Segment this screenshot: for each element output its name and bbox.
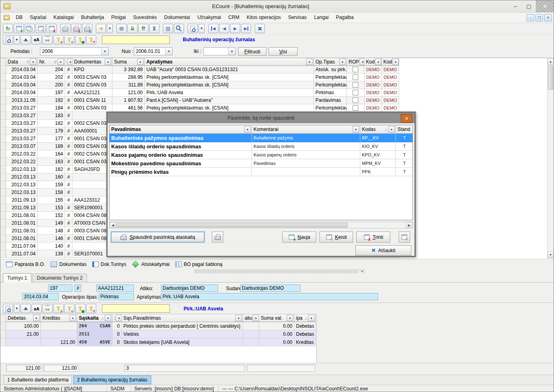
table-row[interactable]: 2014.03.04202#0003 CSAN 03288.95Prekių p… xyxy=(0,74,547,81)
periodas-dropdown-icon[interactable]: ▼ xyxy=(101,48,108,55)
expand-up-button[interactable] xyxy=(138,24,148,33)
table-row[interactable]: 2014.03.04200#0002 CSAN 03311.89Prekių p… xyxy=(0,81,547,89)
column-header-Op.Tipas[interactable]: Op.Tipas▼ xyxy=(314,58,347,66)
a-A-button[interactable] xyxy=(32,304,42,313)
funnel-apply-button[interactable]: ● xyxy=(75,35,85,44)
funnel-clear-button[interactable]: ✕ xyxy=(86,35,96,44)
column-header-blank[interactable] xyxy=(0,314,6,322)
column-dropdown-icon[interactable]: ▼ xyxy=(388,126,395,133)
menu-item-užsakymai[interactable]: Užsakymai xyxy=(194,13,225,23)
quick-search-input-bottom[interactable] xyxy=(102,304,170,313)
fit-width-button[interactable] xyxy=(42,35,53,44)
a-A-button[interactable] xyxy=(32,35,42,44)
menu-item-langai[interactable]: Langai xyxy=(311,13,332,23)
column-dropdown-icon[interactable]: ▼ xyxy=(339,59,346,65)
print-icon-button[interactable] xyxy=(212,232,223,242)
rop-checkbox[interactable] xyxy=(353,67,358,72)
dot-a-button[interactable] xyxy=(21,304,31,313)
menu-item-pinigai[interactable]: Pinigai xyxy=(108,13,129,23)
entry-row[interactable]: 21.0025110Vietinis0.00Debetas xyxy=(0,330,316,338)
menu-item-pagalba[interactable]: Pagalba xyxy=(332,13,357,23)
fit-width-button[interactable] xyxy=(42,304,53,313)
iki-combobox[interactable]: ▼ xyxy=(203,47,236,55)
aprasymas-field[interactable]: Pirk.:UAB Asvela xyxy=(161,293,378,300)
mdi-restore-button[interactable]: ❐ xyxy=(535,14,543,21)
report-row[interactable]: Kasos išlaidų orderio spausdinimasKasos … xyxy=(110,142,412,151)
column-header-Sąs.Pavadinimas[interactable]: Sąs.Pavadinimas▼ xyxy=(122,314,243,322)
quick-search-input-top[interactable] xyxy=(102,36,170,44)
column-header-ipa[interactable]: ipa△▼ xyxy=(294,314,316,322)
column-dropdown-icon[interactable]: ▼ xyxy=(359,59,364,65)
menu-item-crm[interactable]: CRM xyxy=(225,13,243,23)
refresh-button[interactable] xyxy=(3,24,13,33)
scroll-down-icon[interactable]: ▼ xyxy=(548,251,554,258)
entry-date-field[interactable]: 2014.03.04 xyxy=(22,293,59,300)
preview-button[interactable] xyxy=(3,304,13,313)
funnel-add-button[interactable]: + xyxy=(64,35,74,44)
column-dropdown-icon[interactable]: ▼ xyxy=(105,315,111,321)
column-header-Aprašymas[interactable]: Aprašymas▼ xyxy=(145,58,314,66)
menu-item-dokumentai[interactable]: Dokumentai xyxy=(161,13,194,23)
column-header-Kod[interactable]: Kod▼ xyxy=(364,58,382,66)
mdi-minimize-button[interactable]: – xyxy=(527,14,534,21)
column-header-Nr.[interactable]: Nr.▽▼ xyxy=(38,58,65,66)
funnel-lock-button[interactable]: ▪ xyxy=(53,35,63,44)
visi-button[interactable]: Visi xyxy=(269,47,298,56)
tab-dokumento-turinys-2[interactable]: Dokumento Turinys 2 xyxy=(32,274,87,282)
column-header-Kod[interactable]: Kod▼ xyxy=(382,58,399,66)
menu-item-buhalterija[interactable]: Buhalterija xyxy=(77,13,108,23)
bo-item-settlements[interactable]: Atsiskaitymai xyxy=(132,261,169,267)
column-dropdown-icon[interactable]: ▼ xyxy=(33,315,40,321)
entry-number-field[interactable]: 197 xyxy=(48,285,72,292)
entry-row[interactable]: 100.00204CSAN0Pirktos prekės skirtos per… xyxy=(0,322,316,330)
column-dropdown-icon[interactable]: ▼ xyxy=(67,59,72,65)
print-multi-button[interactable]: ≡ xyxy=(82,24,92,33)
column-header-Debetas[interactable]: Debetas▼ xyxy=(6,314,41,322)
menu-item-katalogai[interactable]: Katalogai xyxy=(50,13,77,23)
column-dropdown-icon[interactable]: ▼ xyxy=(353,126,359,133)
journal-table-vscrollbar[interactable]: ▲ ▼ xyxy=(547,58,554,258)
export-button[interactable] xyxy=(96,24,106,33)
menu-item-kitos-operacijos[interactable]: Kitos operacijos xyxy=(243,13,285,23)
document-number-field[interactable]: AAA212121 xyxy=(96,285,134,292)
column-dropdown-icon[interactable]: ▼ xyxy=(57,59,64,65)
column-header-Kreditas[interactable]: Kreditas▼ xyxy=(41,314,77,322)
sum-button[interactable] xyxy=(149,24,159,33)
menu-item-sąrašai[interactable]: Sąrašai xyxy=(26,13,50,23)
operacijos-tipas-field[interactable]: Pirkimas xyxy=(99,293,134,300)
print-button[interactable] xyxy=(60,24,70,33)
hash-field[interactable]: # xyxy=(74,285,81,292)
column-dropdown-icon[interactable]: ▼ xyxy=(70,315,76,321)
column-dropdown-icon[interactable]: ▼ xyxy=(30,59,36,65)
preview-button[interactable] xyxy=(188,24,198,33)
rop-checkbox[interactable] xyxy=(353,82,358,88)
rop-checkbox[interactable] xyxy=(353,105,358,111)
dropdown-arrow-button[interactable]: ▼ xyxy=(199,24,205,33)
dropdown-arrow-button[interactable]: ▼ xyxy=(107,24,113,33)
print-selected-report-button[interactable]: Spausdinti pasirinktą ataskaitą xyxy=(111,232,205,242)
atliko-field[interactable]: Darbuotojas DEMO xyxy=(161,285,218,292)
splitter-thumb[interactable] xyxy=(196,270,358,273)
column-dropdown-icon[interactable]: ▼ xyxy=(235,315,242,321)
rop-checkbox[interactable] xyxy=(353,97,358,103)
column-dropdown-icon[interactable]: ▼ xyxy=(287,315,293,321)
column-header-Suma[interactable]: Suma▼ xyxy=(112,58,145,66)
column-dropdown-icon[interactable]: ▼ xyxy=(116,315,122,321)
column-dropdown-icon[interactable]: ▼ xyxy=(105,59,111,65)
find-button[interactable] xyxy=(174,24,184,33)
minimize-button[interactable]: – xyxy=(508,0,522,13)
dropdown-arrow-button[interactable]: ▼ xyxy=(14,304,20,313)
report-row[interactable]: Buhalterinės pažymos spausdinimasBuhalte… xyxy=(110,134,412,142)
tree-button[interactable] xyxy=(116,24,127,33)
vscroll-thumb[interactable] xyxy=(548,65,553,90)
iki-dropdown-icon[interactable]: ▼ xyxy=(228,48,235,55)
column-dropdown-icon[interactable]: ▼ xyxy=(244,126,251,133)
column-dropdown-icon[interactable]: ▼ xyxy=(137,59,144,65)
filtruoti-button[interactable]: Filtruoti xyxy=(238,47,266,56)
table-row[interactable]: 2014.03.04197#AAA212121121.00Pirk.:UAB A… xyxy=(0,89,547,97)
copy-button[interactable] xyxy=(25,24,35,33)
expand-down-button[interactable] xyxy=(127,24,137,33)
table-row[interactable]: 2014.03.04204#KPO3 392.89UAB "Acura" 000… xyxy=(0,66,547,74)
menu-item-suvestinės[interactable]: Suvestinės xyxy=(129,13,161,23)
table-row[interactable]: 2013.03.27184#0001 CSAN 03461.56Prekių p… xyxy=(0,104,547,112)
